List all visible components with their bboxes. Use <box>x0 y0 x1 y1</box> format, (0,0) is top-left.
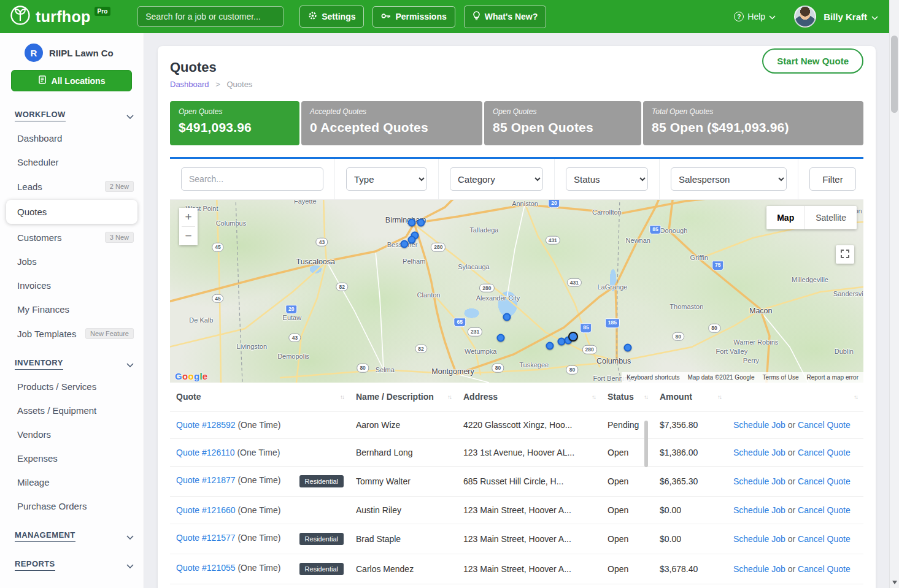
column-header-amount[interactable]: Amount <box>660 392 692 402</box>
page-scrollbar[interactable] <box>889 0 899 588</box>
map-quote-marker[interactable] <box>400 240 408 248</box>
breadcrumb-separator: > <box>215 80 220 89</box>
map-quote-marker[interactable] <box>546 342 554 350</box>
sort-icon[interactable]: ↑↓ <box>854 394 857 400</box>
start-new-quote-button[interactable]: Start New Quote <box>762 48 863 74</box>
map-quote-marker[interactable] <box>623 343 631 351</box>
sort-icon[interactable]: ↑↓ <box>717 394 721 400</box>
quote-link[interactable]: Quote #121577 <box>176 533 236 543</box>
sidebar-item-mileage[interactable]: Mileage <box>0 470 144 494</box>
sort-icon[interactable]: ↑↓ <box>644 394 647 400</box>
table-inner-scrollbar[interactable] <box>644 421 648 467</box>
quote-amount: $0.00 <box>654 524 727 554</box>
sort-icon[interactable]: ↑↓ <box>340 394 344 400</box>
cancel-quote-link[interactable]: Cancel Quote <box>798 564 851 574</box>
sidebar-item-label: Customers <box>17 232 62 243</box>
customer-name: Austin Riley <box>350 497 457 524</box>
quote-link[interactable]: Quote #121877 <box>176 475 236 485</box>
schedule-job-link[interactable]: Schedule Job <box>733 476 785 486</box>
quote-link[interactable]: Quote #121055 <box>176 563 236 573</box>
schedule-job-link[interactable]: Schedule Job <box>733 534 785 544</box>
cancel-quote-link[interactable]: Cancel Quote <box>798 448 851 457</box>
sidebar-item-quotes[interactable]: Quotes <box>6 200 137 224</box>
sort-icon[interactable]: ↑↓ <box>592 394 595 400</box>
quote-type: (One Time) <box>237 563 280 573</box>
sidebar-section-workflow[interactable]: WORKFLOW <box>0 102 144 126</box>
map-canvas[interactable]: + − Map Satellite Google Keyboard shortc… <box>170 200 863 383</box>
sort-icon[interactable]: ↑↓ <box>447 394 451 400</box>
quote-link[interactable]: Quote #121660 <box>176 505 236 515</box>
brand-logo[interactable]: turfhop Pro <box>10 5 112 28</box>
user-menu[interactable]: Billy Kraft <box>824 12 878 22</box>
sidebar-section-management[interactable]: MANAGEMENT <box>0 523 144 547</box>
column-header-name[interactable]: Name / Description <box>356 392 434 402</box>
cancel-quote-link[interactable]: Cancel Quote <box>798 476 851 486</box>
sidebar-item-leads[interactable]: Leads 2 New <box>0 174 144 199</box>
schedule-job-link[interactable]: Schedule Job <box>733 564 785 574</box>
stat-card-total-open: Total Open Quotes 85 Open ($491,093.96) <box>643 101 863 145</box>
sidebar-item-my-finances[interactable]: My Finances <box>0 297 144 321</box>
quote-status: Open <box>601 467 654 497</box>
sidebar-section-reports[interactable]: REPORTS <box>0 552 144 576</box>
stats-row: Open Quotes $491,093.96 Accepted Quotes … <box>170 101 863 145</box>
sidebar-item-expenses[interactable]: Expenses <box>0 446 144 470</box>
column-header-status[interactable]: Status <box>608 392 634 402</box>
sidebar-item-purchase-orders[interactable]: Purchase Orders <box>0 494 144 518</box>
cancel-quote-link[interactable]: Cancel Quote <box>798 505 851 515</box>
sidebar-item-jobs[interactable]: Jobs <box>0 250 144 273</box>
terms-of-use-link[interactable]: Terms of Use <box>763 374 799 381</box>
fullscreen-button[interactable] <box>836 245 854 264</box>
sidebar-item-assets-equipment[interactable]: Assets / Equipment <box>0 399 144 422</box>
map-view-button[interactable]: Map <box>766 206 804 229</box>
zoom-out-button[interactable]: − <box>179 227 198 245</box>
schedule-job-link[interactable]: Schedule Job <box>733 448 785 457</box>
stat-label: Accepted Quotes <box>310 107 474 116</box>
keyboard-shortcuts-link[interactable]: Keyboard shortcuts <box>627 374 679 381</box>
map-quote-marker[interactable] <box>408 235 416 243</box>
global-search-input[interactable] <box>137 6 284 27</box>
satellite-view-button[interactable]: Satellite <box>805 206 857 229</box>
avatar[interactable] <box>794 6 816 28</box>
type-select[interactable]: Type <box>346 167 427 191</box>
map-quote-marker[interactable] <box>497 334 505 342</box>
category-select[interactable]: Category <box>450 167 543 191</box>
sidebar-item-customers[interactable]: Customers 3 New <box>0 225 144 250</box>
column-header-address[interactable]: Address <box>463 392 498 402</box>
sidebar-item-dashboard[interactable]: Dashboard <box>0 126 144 150</box>
schedule-job-link[interactable]: Schedule Job <box>733 505 785 515</box>
sidebar-item-invoices[interactable]: Invoices <box>0 273 144 297</box>
breadcrumb-dashboard-link[interactable]: Dashboard <box>170 80 209 89</box>
sidebar-item-label: Vendors <box>17 429 51 440</box>
column-header-quote[interactable]: Quote <box>176 392 201 402</box>
quote-link[interactable]: Quote #126110 <box>176 448 235 457</box>
map-quote-marker[interactable] <box>417 219 425 227</box>
status-select[interactable]: Status <box>566 167 648 191</box>
customer-name: Bernhard Long <box>350 439 457 467</box>
whats-new-button[interactable]: What's New? <box>464 6 547 28</box>
scrollbar-thumb[interactable] <box>891 36 898 113</box>
all-locations-button[interactable]: All Locations <box>11 70 132 91</box>
quotes-search-input[interactable] <box>181 167 323 191</box>
sidebar-item-scheduler[interactable]: Scheduler <box>0 150 144 174</box>
settings-button[interactable]: Settings <box>299 6 364 28</box>
table-row: Quote #128592 (One Time) Aaron Wize 4220… <box>170 411 863 439</box>
filter-button[interactable]: Filter <box>809 167 856 191</box>
report-map-error-link[interactable]: Report a map error <box>807 374 858 381</box>
company-switcher[interactable]: R RIIPL Lawn Co <box>0 33 144 70</box>
quote-link[interactable]: Quote #128592 <box>176 420 236 430</box>
schedule-job-link[interactable]: Schedule Job <box>733 420 785 430</box>
permissions-button[interactable]: Permissions <box>372 6 455 28</box>
sidebar-item-vendors[interactable]: Vendors <box>0 422 144 446</box>
map-quote-marker[interactable] <box>568 332 578 342</box>
map-quote-marker[interactable] <box>408 218 416 226</box>
scrollbar-down-button[interactable] <box>890 578 899 587</box>
salesperson-select[interactable]: Salesperson <box>671 167 787 191</box>
zoom-in-button[interactable]: + <box>179 208 198 226</box>
cancel-quote-link[interactable]: Cancel Quote <box>798 534 851 544</box>
sidebar-item-job-templates[interactable]: Job Templates New Feature <box>0 321 144 346</box>
sidebar-section-inventory[interactable]: INVENTORY <box>0 351 144 375</box>
cancel-quote-link[interactable]: Cancel Quote <box>798 420 851 430</box>
sidebar-item-products-services[interactable]: Products / Services <box>0 375 144 399</box>
map-quote-marker[interactable] <box>503 313 511 321</box>
help-menu[interactable]: ? Help <box>734 12 776 21</box>
